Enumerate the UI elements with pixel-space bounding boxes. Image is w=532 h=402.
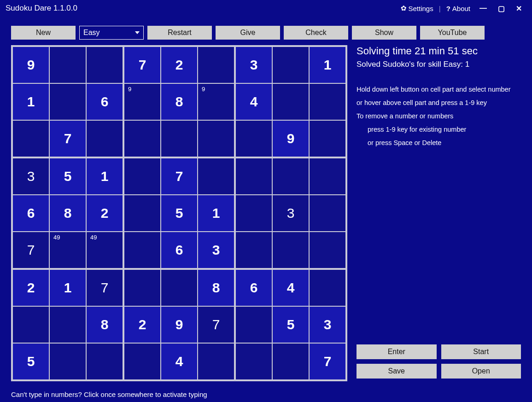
sudoku-cell[interactable] [50,307,86,343]
sudoku-cell[interactable]: 9 [161,307,197,343]
sudoku-cell[interactable]: 5 [273,307,309,343]
sudoku-cell[interactable]: 49 [50,232,86,268]
sudoku-cell[interactable] [273,344,309,379]
sudoku-cell[interactable]: 6 [87,84,123,120]
sudoku-cell[interactable]: 8 [50,195,86,231]
sudoku-cell[interactable] [124,121,160,157]
about-button[interactable]: ? About [444,4,473,13]
sudoku-cell[interactable] [124,195,160,231]
sudoku-cell[interactable]: 6 [13,195,49,231]
sudoku-cell[interactable] [310,195,345,231]
sudoku-cell[interactable] [273,47,309,83]
sudoku-cell[interactable] [161,121,197,157]
sudoku-cell[interactable]: 7 [124,47,160,83]
sudoku-cell[interactable]: 1 [310,47,345,83]
sudoku-cell[interactable] [236,195,272,231]
sudoku-cell[interactable] [50,84,86,120]
sudoku-cell[interactable] [310,121,345,157]
sudoku-cell[interactable] [161,270,197,306]
sudoku-cell[interactable]: 9 [273,121,309,157]
restart-button[interactable]: Restart [147,26,212,40]
maximize-button[interactable]: ▢ [493,4,509,13]
sudoku-cell[interactable] [273,232,309,268]
check-button[interactable]: Check [284,26,348,40]
sudoku-cell[interactable] [273,158,309,194]
sudoku-cell[interactable] [124,158,160,194]
sudoku-cell[interactable]: 3 [310,307,345,343]
sudoku-cell[interactable]: 2 [124,307,160,343]
sudoku-cell[interactable]: 49 [87,232,123,268]
sudoku-cell[interactable] [124,344,160,379]
sudoku-cell[interactable]: 5 [50,158,86,194]
sudoku-cell[interactable] [198,158,234,194]
sudoku-cell[interactable] [13,307,49,343]
sudoku-cell[interactable] [87,121,123,157]
sudoku-cell[interactable]: 3 [198,232,234,268]
sudoku-cell[interactable] [236,307,272,343]
sudoku-cell[interactable] [236,121,272,157]
sudoku-cell[interactable] [236,232,272,268]
sudoku-cell[interactable]: 1 [50,270,86,306]
sudoku-cell[interactable]: 8 [87,307,123,343]
sudoku-cell[interactable] [236,158,272,194]
difficulty-select[interactable]: Easy [79,26,144,40]
sudoku-cell[interactable] [87,344,123,379]
give-button[interactable]: Give [216,26,280,40]
sudoku-cell[interactable]: 4 [161,344,197,379]
sudoku-cell[interactable]: 4 [236,84,272,120]
settings-button[interactable]: ✿ Settings [398,3,436,13]
save-button[interactable]: Save [357,364,437,379]
minimize-button[interactable]: — [475,4,491,12]
sudoku-cell[interactable] [310,84,345,120]
sudoku-cell[interactable]: 1 [87,158,123,194]
sudoku-cell[interactable]: 5 [161,195,197,231]
youtube-button[interactable]: YouTube [420,26,485,40]
titlebar[interactable]: Sudoku Dare 1.1.0.0 ✿ Settings | ? About… [0,0,532,17]
sudoku-cell[interactable] [124,232,160,268]
sudoku-cell[interactable]: 9 [124,84,160,120]
start-button[interactable]: Start [441,344,521,359]
sudoku-cell[interactable] [310,158,345,194]
sudoku-cell[interactable] [310,232,345,268]
sudoku-cell[interactable]: 9 [13,47,49,83]
sudoku-cell[interactable]: 8 [161,84,197,120]
sudoku-cell[interactable]: 1 [198,195,234,231]
sudoku-cell[interactable]: 2 [87,195,123,231]
sudoku-cell[interactable] [273,84,309,120]
sudoku-cell[interactable] [87,47,123,83]
separator: | [439,5,441,12]
sudoku-cell[interactable]: 3 [13,158,49,194]
sudoku-cell[interactable]: 6 [161,232,197,268]
sudoku-cell[interactable] [50,47,86,83]
sudoku-cell[interactable]: 9 [198,84,234,120]
sudoku-cell[interactable] [198,47,234,83]
sudoku-cell[interactable]: 7 [50,121,86,157]
sudoku-cell[interactable]: 4 [273,270,309,306]
sudoku-cell[interactable] [198,121,234,157]
show-button[interactable]: Show [352,26,416,40]
sudoku-cell[interactable]: 7 [310,344,345,379]
close-button[interactable]: ✕ [511,4,526,13]
sudoku-cell[interactable]: 8 [198,270,234,306]
sudoku-cell[interactable]: 7 [198,307,234,343]
sudoku-cell[interactable]: 7 [161,158,197,194]
open-button[interactable]: Open [441,364,521,379]
sudoku-cell[interactable]: 1 [13,84,49,120]
sudoku-cell[interactable]: 2 [161,47,197,83]
sudoku-cell[interactable] [50,344,86,379]
sudoku-cell[interactable]: 2 [13,270,49,306]
sudoku-cell[interactable]: 5 [13,344,49,379]
sudoku-cell[interactable]: 7 [87,270,123,306]
sudoku-cell[interactable] [13,121,49,157]
sudoku-cell[interactable]: 3 [236,47,272,83]
sudoku-cell[interactable]: 3 [273,195,309,231]
sudoku-cell[interactable]: 6 [236,270,272,306]
enter-button[interactable]: Enter [357,344,437,359]
sudoku-cell[interactable] [236,344,272,379]
sudoku-cell[interactable]: 7 [13,232,49,268]
sudoku-cell[interactable] [198,344,234,379]
new-button[interactable]: New [11,26,76,40]
sudoku-cell[interactable] [124,270,160,306]
cell-value: 4 [250,94,258,110]
sudoku-cell[interactable] [310,270,345,306]
